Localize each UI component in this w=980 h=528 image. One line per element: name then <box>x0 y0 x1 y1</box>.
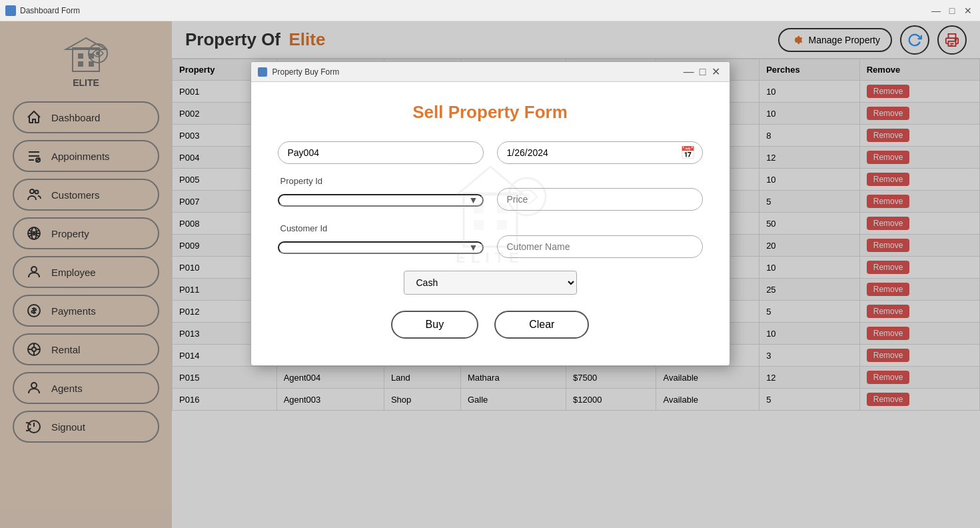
property-id-labeled-field: Property Id ▼ <box>278 176 484 211</box>
title-bar-text: Dashboard Form <box>20 6 929 15</box>
form-title: Sell Property Form <box>278 102 703 123</box>
payment-id-input[interactable] <box>278 141 484 164</box>
customer-id-input[interactable] <box>278 241 484 254</box>
buy-button[interactable]: Buy <box>391 311 479 339</box>
date-input[interactable] <box>497 141 703 164</box>
modal-icon <box>258 67 267 77</box>
customer-id-labeled-field: Customer Id ▼ <box>278 223 484 259</box>
modal-overlay: Property Buy Form — □ ✕ <box>0 21 980 528</box>
title-bar: Dashboard Form — □ ✕ <box>0 0 980 21</box>
property-id-dropdown-arrow[interactable]: ▼ <box>464 189 484 211</box>
modal-maximize-button[interactable]: □ <box>697 66 709 78</box>
payment-method-select[interactable]: Cash Card Cheque <box>404 271 577 295</box>
maximize-button[interactable]: □ <box>945 4 959 17</box>
app-icon <box>5 5 16 16</box>
customer-id-dropdown-wrapper: ▼ <box>278 236 484 259</box>
customer-id-label: Customer Id <box>278 223 484 233</box>
price-labeled-field <box>497 176 703 211</box>
property-id-input[interactable] <box>278 194 484 207</box>
payment-date-row: 📅 <box>278 141 703 164</box>
payment-method-row: Cash Card Cheque <box>278 271 703 295</box>
sell-property-modal: Property Buy Form — □ ✕ <box>250 61 730 366</box>
modal-title-text: Property Buy Form <box>272 67 681 77</box>
customer-row: Customer Id ▼ <box>278 223 703 259</box>
calendar-icon[interactable]: 📅 <box>680 145 695 160</box>
property-id-label: Property Id <box>278 176 484 186</box>
payment-id-field <box>278 141 484 164</box>
property-id-dropdown-wrapper: ▼ <box>278 189 484 211</box>
customer-name-labeled-field <box>497 223 703 259</box>
date-field: 📅 <box>497 141 703 164</box>
close-button[interactable]: ✕ <box>961 4 975 17</box>
form-buttons: Buy Clear <box>278 311 703 339</box>
modal-title-bar: Property Buy Form — □ ✕ <box>251 62 730 82</box>
price-input[interactable] <box>497 188 703 211</box>
clear-button[interactable]: Clear <box>494 311 589 339</box>
modal-close-button[interactable]: ✕ <box>709 65 723 78</box>
modal-body: ELITE Sell Property Form 📅 Property Id <box>251 82 730 365</box>
customer-id-dropdown-arrow[interactable]: ▼ <box>464 236 484 259</box>
customer-name-input[interactable] <box>497 235 703 258</box>
modal-minimize-button[interactable]: — <box>681 66 697 78</box>
title-bar-controls: — □ ✕ <box>929 4 975 17</box>
minimize-button[interactable]: — <box>929 4 943 17</box>
property-price-row: Property Id ▼ <box>278 176 703 211</box>
